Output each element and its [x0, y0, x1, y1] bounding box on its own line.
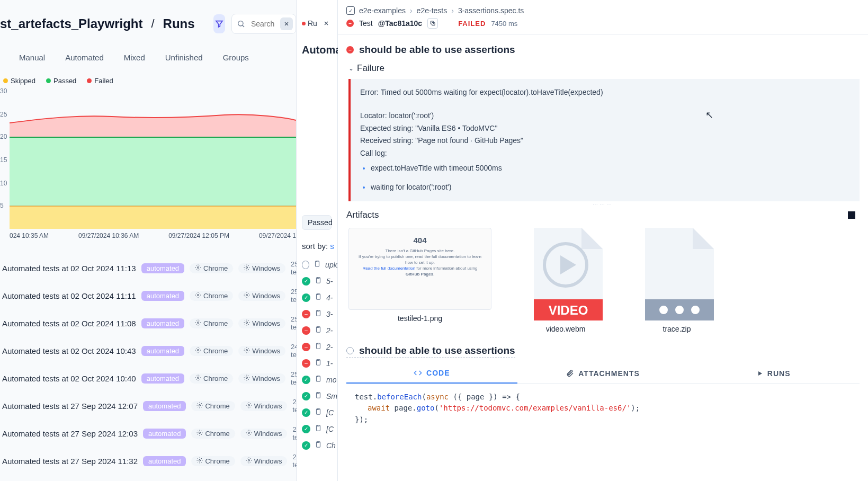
tab-label: RUNS	[767, 369, 791, 378]
artifact-image[interactable]: 404 There isn't a GitHub Pages site here…	[348, 228, 491, 323]
project-name[interactable]: st_artefacts_Playwright	[0, 16, 142, 31]
code-token: ({ page }) => {	[449, 393, 520, 401]
bc-seg[interactable]: 3-assertions.spec.ts	[458, 6, 524, 15]
tab-automated[interactable]: Automated	[65, 53, 104, 62]
filter-button[interactable]	[213, 14, 225, 33]
dot-icon	[46, 78, 51, 83]
y-tick: 25	[0, 111, 7, 118]
play-icon	[757, 370, 763, 377]
legend-skipped[interactable]: Skipped	[3, 77, 35, 85]
run-row[interactable]: Automated tests at 27 Sep 2024 11:32auto…	[2, 447, 296, 475]
legend-failed[interactable]: Failed	[87, 77, 113, 85]
run-row[interactable]: Automated tests at 27 Sep 2024 10:35auto…	[2, 475, 296, 481]
duration: 7450 ms	[491, 20, 517, 28]
test-list-item[interactable]: –2-	[302, 326, 337, 335]
clear-search-button[interactable]	[280, 17, 293, 30]
passed-filter-pill[interactable]: Passed	[302, 215, 332, 230]
clipboard-icon	[315, 375, 322, 384]
test-name-short: [C	[326, 425, 334, 433]
chart-legend: Skipped Passed Failed	[0, 67, 296, 88]
clipboard-icon	[314, 260, 321, 269]
grid-view-icon[interactable]	[848, 211, 855, 219]
automated-tag: automated	[141, 291, 184, 301]
svg-point-39	[659, 306, 668, 314]
mid-tab[interactable]: Ru	[297, 0, 337, 29]
clipboard-icon	[315, 342, 322, 351]
failure-toggle[interactable]: ⌄ Failure	[346, 63, 860, 79]
run-title: Automated tests at 27 Sep 2024 12:03	[2, 429, 138, 438]
gear-icon	[246, 402, 252, 410]
code-token: (	[422, 393, 426, 401]
run-row[interactable]: Automated tests at 02 Oct 2024 11:08auto…	[2, 309, 296, 337]
tab-runs[interactable]: RUNS	[688, 363, 859, 384]
tab-mixed[interactable]: Mixed	[124, 53, 145, 62]
chevron-right-icon: ›	[451, 6, 454, 15]
automated-tag: automated	[141, 263, 184, 273]
clipboard-icon	[315, 293, 322, 302]
zip-file-icon	[640, 228, 714, 320]
gear-icon	[244, 347, 250, 355]
artifact-video[interactable]: VIDEO video.webm	[529, 228, 603, 333]
y-tick: 30	[0, 87, 7, 95]
run-row[interactable]: Automated tests at 02 Oct 2024 11:11auto…	[2, 282, 296, 309]
search-wrap	[231, 14, 296, 34]
code-block: test.beforeEach(async ({ page }) => { aw…	[346, 384, 860, 433]
sub-title: should be able to use assertions	[359, 345, 515, 357]
copy-id-button[interactable]	[427, 18, 438, 29]
test-list-item[interactable]: ✓Sm	[302, 391, 337, 400]
tab-unfinished[interactable]: Unfinished	[165, 53, 203, 62]
bc-seg[interactable]: e2e-tests	[417, 6, 448, 15]
browser-tag: Chrome	[190, 263, 233, 273]
browser-tag: Chrome	[190, 318, 233, 328]
test-list-item[interactable]: ✓5-	[302, 277, 337, 286]
automated-tag: automated	[141, 346, 184, 356]
run-row[interactable]: Automated tests at 27 Sep 2024 12:03auto…	[2, 420, 296, 447]
chevron-right-icon: ›	[410, 6, 413, 15]
test-list-item[interactable]: ✓Ch	[302, 441, 337, 450]
search-icon	[237, 20, 245, 28]
svg-point-13	[199, 404, 201, 406]
test-list-item[interactable]: ✓4-	[302, 293, 337, 302]
legend-passed[interactable]: Passed	[46, 77, 76, 85]
status-icon: ✓	[302, 425, 310, 433]
tab-code[interactable]: CODE	[346, 363, 517, 384]
test-list-item[interactable]: ✓[C	[302, 408, 337, 417]
test-list-item[interactable]: ✓[C	[302, 424, 337, 433]
test-list-item[interactable]: ✓mo	[302, 375, 337, 384]
run-row[interactable]: Automated tests at 02 Oct 2024 10:40auto…	[2, 364, 296, 392]
code-token: beforeEach	[377, 393, 422, 401]
thumb-title: 404	[413, 236, 426, 245]
artifact-trace[interactable]: trace.zip	[640, 228, 714, 333]
browser-tag: Chrome	[191, 401, 235, 411]
test-name-short: Ch	[326, 441, 336, 450]
tab-attachments[interactable]: ATTACHMENTS	[517, 363, 688, 384]
bc-seg[interactable]: e2e-examples	[359, 6, 406, 15]
error-calllog: Call log:	[360, 147, 850, 160]
error-bullet: expect.toHaveTitle with timeout 5000ms	[371, 162, 850, 175]
os-tag: Windows	[238, 318, 285, 328]
run-row[interactable]: Automated tests at 02 Oct 2024 10:43auto…	[2, 337, 296, 364]
test-name-short: 2-	[326, 343, 333, 351]
test-header-row: – Test @Tac81a10c FAILED 7450 ms	[346, 15, 868, 29]
run-row[interactable]: Automated tests at 02 Oct 2024 11:13auto…	[2, 254, 296, 282]
error-box: Error: Timed out 5000ms waiting for expe…	[348, 79, 860, 201]
runs-chart[interactable]: 30 25 20 15 10 5	[0, 91, 296, 229]
x-tick: 09/27/2024 10:36 AM	[78, 232, 139, 239]
code-tabs: CODE ATTACHMENTS RUNS	[346, 363, 860, 384]
code-token: );	[631, 404, 640, 412]
status-icon: –	[302, 310, 310, 318]
run-row[interactable]: Automated tests at 27 Sep 2024 12:07auto…	[2, 392, 296, 420]
close-tab-button[interactable]	[320, 17, 332, 29]
test-list-item[interactable]: –1-	[302, 359, 337, 368]
page-title: Runs	[163, 16, 195, 31]
run-title: Automated tests at 27 Sep 2024 12:07	[2, 402, 138, 411]
sort-link[interactable]: s	[330, 242, 334, 251]
test-list-item[interactable]: uplo	[302, 260, 337, 269]
status-icon: –	[302, 343, 310, 351]
tab-groups[interactable]: Groups	[223, 53, 249, 62]
tab-manual[interactable]: Manual	[19, 53, 45, 62]
clipboard-icon	[315, 391, 322, 400]
test-list-item[interactable]: –2-	[302, 342, 337, 351]
test-list-item[interactable]: –3-	[302, 309, 337, 318]
detail-body: – should be able to use assertions ⌄ Fai…	[338, 34, 868, 433]
